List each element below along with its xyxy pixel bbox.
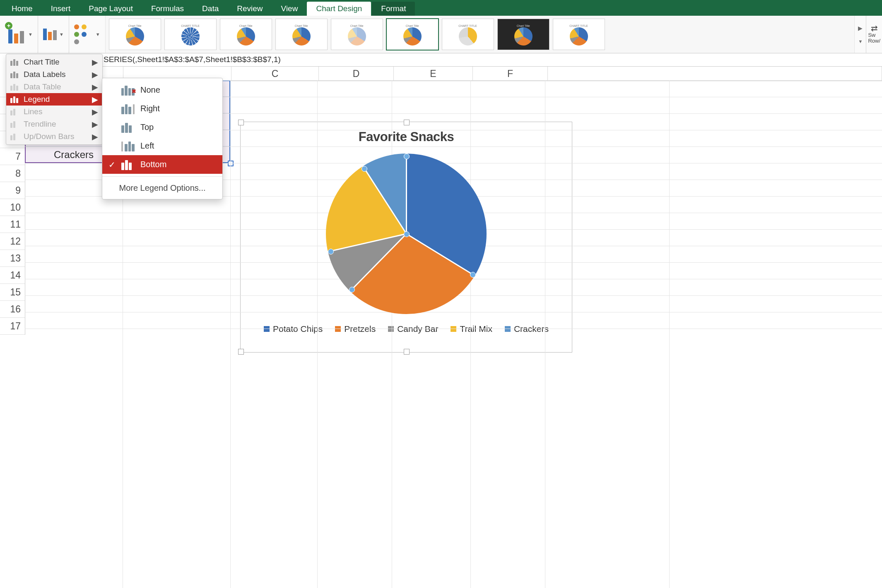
add-chart-element-icon: + [5,22,27,47]
chart-style-thumb[interactable]: Chart Title [220,19,272,50]
chart-style-thumb[interactable]: Chart Title [275,19,328,50]
chevron-down-icon: ▼ [96,32,100,37]
tab-review[interactable]: Review [228,2,272,16]
chevron-down-icon: ▼ [59,32,64,37]
menu-item-label: Chart Title [24,58,60,66]
tab-format[interactable]: Format [372,2,415,16]
quick-layout-icon [43,29,57,40]
tab-home[interactable]: Home [2,2,42,16]
formula-bar[interactable]: SERIES(,Sheet1!$A$3:$A$7,Sheet1!$B$3:$B$… [0,53,882,66]
quick-layout-dropdown[interactable]: ▼ [38,16,69,53]
chart-style-thumb[interactable]: CHART TITLE [442,19,494,50]
chart-style-thumb[interactable]: Chart Title [109,19,161,50]
tab-view[interactable]: View [272,2,307,16]
chart-styles-gallery: Chart TitleCHART TITLEChart TitleChart T… [105,16,855,53]
add-chart-element-menu: Chart Title ▶ Data Labels ▶ Data Table ▶… [6,54,103,66]
change-colors-icon [74,24,93,44]
ribbon: + ▼ ▼ ▼ Chart TitleCHART TITLEChart Titl… [0,16,882,53]
chevron-right-icon: ▶ [92,58,98,66]
switch-row-column-button[interactable]: ⇄ SwRow/ [866,16,882,53]
tab-data[interactable]: Data [193,2,228,16]
chart-style-thumb[interactable]: CHART TITLE [553,19,605,50]
change-colors-dropdown[interactable]: ▼ [69,16,105,53]
tab-page-layout[interactable]: Page Layout [80,2,142,16]
ribbon-tabbar: Home Insert Page Layout Formulas Data Re… [0,0,882,16]
chevron-down-icon: ▼ [28,32,33,37]
chevron-right-icon[interactable]: ▶ [858,25,863,31]
switch-row-column-icon: ⇄ [871,25,878,31]
tab-insert[interactable]: Insert [42,2,80,16]
chart-title-icon [10,58,19,66]
menu-item-chart-title[interactable]: Chart Title ▶ [6,56,102,66]
tab-formulas[interactable]: Formulas [142,2,193,16]
add-chart-element-dropdown[interactable]: + ▼ [0,16,38,53]
chart-style-thumb[interactable]: Chart Title [386,19,439,50]
chart-style-thumb[interactable]: Chart Title [497,19,549,50]
chart-style-thumb[interactable]: Chart Title [331,19,383,50]
formula-bar-content: SERIES(,Sheet1!$A$3:$A$7,Sheet1!$B$3:$B$… [104,55,281,64]
chart-style-thumb[interactable]: CHART TITLE [164,19,217,50]
gallery-expand-icon[interactable]: ▼ [858,39,863,44]
tab-chart-design[interactable]: Chart Design [307,2,371,16]
gallery-scroll[interactable]: ▶ ▼ [855,16,866,53]
